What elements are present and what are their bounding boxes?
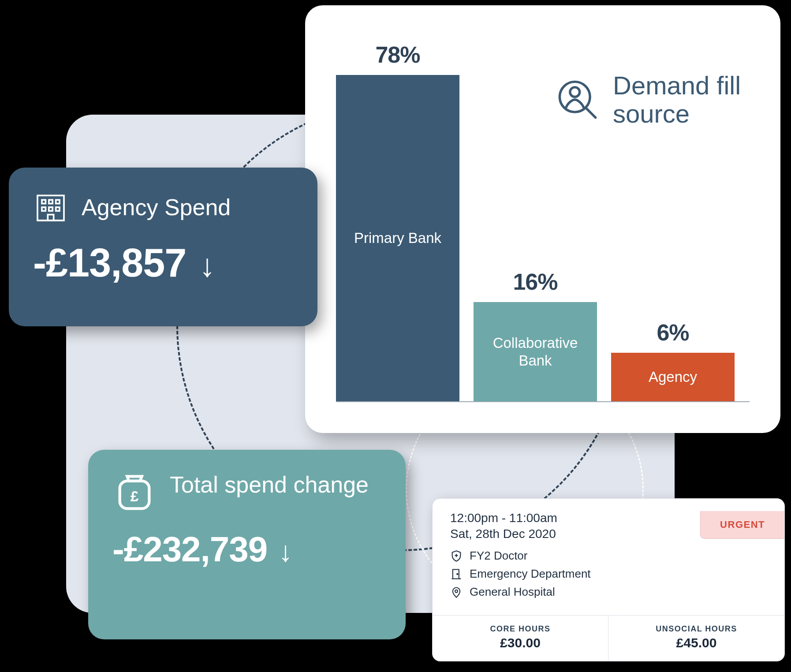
agency-spend-title: Agency Spend — [82, 194, 231, 220]
arrow-down-icon: ↓ — [278, 535, 292, 568]
unsocial-hours-rate: £45.00 — [608, 635, 784, 650]
svg-rect-7 — [56, 200, 60, 203]
svg-text:£: £ — [131, 488, 139, 504]
door-icon — [450, 568, 463, 580]
location-pin-icon — [450, 586, 463, 598]
svg-rect-11 — [48, 215, 53, 220]
total-spend-value: -£232,739 — [112, 529, 267, 570]
shift-location: General Hospital — [470, 585, 555, 599]
svg-rect-10 — [56, 207, 60, 211]
core-hours-rate: £30.00 — [433, 635, 608, 650]
bar-primary-bank: 78% Primary Bank — [336, 38, 459, 401]
shield-plus-icon — [450, 550, 463, 562]
total-spend-title: Total spend change — [170, 472, 369, 498]
svg-point-20 — [455, 590, 458, 592]
shift-department: Emergency Department — [470, 567, 591, 581]
bar-value-label: 78% — [375, 41, 420, 68]
shift-time: 12:00pm - 11:00am — [450, 511, 591, 525]
bar-chart: 78% Primary Bank 16% Collaborative Bank … — [336, 38, 750, 402]
bar-agency: 6% Agency — [611, 38, 735, 401]
bar-category-label: Collaborative Bank — [474, 302, 597, 401]
money-bag-icon: £ — [112, 472, 157, 516]
shift-rates: CORE HOURS £30.00 UNSOCIAL HOURS £45.00 — [433, 615, 784, 661]
bar-value-label: 6% — [657, 319, 689, 346]
bar-value-label: 16% — [513, 269, 557, 295]
shift-role: FY2 Doctor — [470, 549, 528, 563]
total-spend-card: £ Total spend change -£232,739 ↓ — [88, 450, 406, 639]
arrow-down-icon: ↓ — [199, 247, 215, 284]
unsocial-hours-label: UNSOCIAL HOURS — [608, 624, 784, 634]
building-icon — [33, 190, 68, 225]
agency-spend-card: Agency Spend -£13,857 ↓ — [9, 168, 317, 326]
svg-point-17 — [457, 573, 458, 574]
shift-card[interactable]: 12:00pm - 11:00am Sat, 28th Dec 2020 FY2… — [432, 498, 785, 661]
svg-rect-5 — [42, 200, 45, 203]
bar-collaborative-bank: 16% Collaborative Bank — [474, 38, 597, 401]
agency-spend-value: -£13,857 — [33, 240, 186, 286]
bar-category-label: Agency — [611, 353, 735, 401]
urgent-badge: URGENT — [700, 511, 784, 539]
shift-date: Sat, 28th Dec 2020 — [450, 527, 591, 541]
core-hours-label: CORE HOURS — [433, 624, 608, 634]
demand-fill-chart-card: Demand fill source 78% Primary Bank 16% … — [305, 5, 780, 433]
svg-rect-9 — [49, 207, 52, 211]
svg-rect-6 — [49, 200, 52, 203]
bar-category-label: Primary Bank — [336, 75, 459, 401]
svg-rect-8 — [42, 207, 45, 211]
